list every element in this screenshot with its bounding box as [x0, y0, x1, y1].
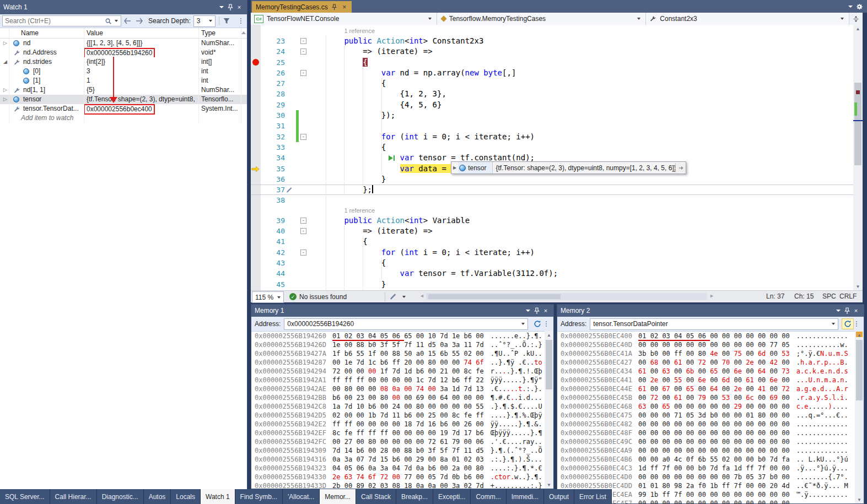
- memory-row[interactable]: 0x000002556B19432304 05 06 0a 3a 04 7d 0…: [251, 464, 553, 473]
- memory-row[interactable]: 0x000002556B1943097d 14 b6 00 28 00 88 b…: [251, 446, 553, 455]
- memory-row[interactable]: 0x000002556B0EC49C00 00 00 00 00 00 00 0…: [557, 437, 864, 446]
- close-icon[interactable]: ×: [541, 307, 550, 315]
- codelens-references[interactable]: 1 reference: [344, 26, 375, 36]
- code-line[interactable]: 38: [251, 195, 863, 205]
- memory-row[interactable]: 0x000002556B0EC40D00 00 00 00 00 00 00 0…: [557, 340, 864, 349]
- collapse-icon[interactable]: ◢: [3, 57, 7, 67]
- code-text[interactable]: public Action<int> Constant2x3: [307, 36, 483, 46]
- scrollbar-thumb[interactable]: [854, 83, 861, 165]
- filter-icon[interactable]: [223, 17, 230, 25]
- watch-row[interactable]: ▷nd[1, 1]{5}NumShar...: [0, 85, 247, 95]
- memory-row[interactable]: 0x000002556B19426D1e 00 88 b0 3f 5f 7f 1…: [251, 340, 553, 349]
- code-line[interactable]: 45 }: [251, 279, 863, 290]
- memory-row[interactable]: 0x000002556B1942C81a 7d 10 b6 00 24 00 8…: [251, 402, 553, 411]
- memory-row[interactable]: 0x000002556B0EC4B600 00 a0 4c 0f 6b 55 0…: [557, 455, 864, 464]
- memory1-titlebar[interactable]: Memory 1 ×: [251, 305, 553, 317]
- scroll-down-icon[interactable]: ▼: [545, 481, 553, 489]
- code-text[interactable]: });: [307, 110, 395, 121]
- window-position-icon[interactable]: [217, 3, 226, 11]
- expand-icon[interactable]: ▷: [3, 85, 7, 95]
- editor-vertical-scrollbar[interactable]: ▲ ▼: [853, 25, 863, 290]
- scroll-up-icon[interactable]: ▲: [545, 331, 553, 339]
- code-line[interactable]: 28 {1, 2, 3},: [251, 89, 863, 99]
- code-text[interactable]: }: [307, 279, 386, 290]
- code-line[interactable]: 40- => (iterate) =>: [251, 226, 863, 236]
- panel-tab-diagnostic[interactable]: Diagnostic...: [97, 489, 144, 504]
- memory-row[interactable]: 0x000002556B0EC47500 00 00 71 05 3d b0 0…: [557, 411, 864, 420]
- memory-row[interactable]: 0x000002556B19429472 00 00 00 1f 7d 1d b…: [251, 367, 553, 376]
- column-header-type[interactable]: Type: [201, 28, 216, 38]
- memory-row[interactable]: 0x000002556B0EC42700 68 00 61 00 72 00 7…: [557, 358, 864, 367]
- code-line[interactable]: 41 {: [251, 236, 863, 247]
- code-line[interactable]: 36 }: [251, 174, 863, 185]
- search-icon[interactable]: [105, 18, 112, 25]
- code-text[interactable]: {: [307, 258, 386, 268]
- watch-row[interactable]: ▷tensor{tf.Tensor: shape=(2, 3), dtype=u…: [0, 95, 247, 104]
- code-text[interactable]: => (iterate) =>: [307, 46, 433, 57]
- issues-indicator[interactable]: ✓ No issues found: [289, 291, 347, 302]
- watch-search-box[interactable]: [2, 15, 121, 26]
- code-line[interactable]: 30 });: [251, 110, 863, 121]
- memory-row[interactable]: 0x000002556B0EC4D000 00 00 00 00 00 00 0…: [557, 473, 864, 481]
- memory-row[interactable]: 0x000002556B0EC41A3b b0 00 ff 00 80 4e 0…: [557, 349, 864, 358]
- code-line[interactable]: 23- public Action<int> Constant2x3: [251, 36, 863, 46]
- code-line[interactable]: 32- for (int i = 0; i < iterate; i++): [251, 132, 863, 142]
- code-text[interactable]: {: [307, 57, 368, 68]
- scroll-down-icon[interactable]: ▼: [853, 283, 863, 290]
- refresh-icon[interactable]: [531, 318, 543, 329]
- panel-tab-call-stack[interactable]: Call Stack: [356, 489, 396, 504]
- search-options-caret-icon[interactable]: [115, 20, 118, 22]
- pin-icon[interactable]: [843, 307, 852, 315]
- memory2-hex-dump[interactable]: 0x000002556B0EC40001 02 03 04 05 06 00 0…: [557, 332, 864, 504]
- scrollbar-thumb[interactable]: [856, 340, 863, 400]
- grid-divider[interactable]: [198, 28, 199, 124]
- member-dropdown[interactable]: Constant2x3: [646, 13, 849, 25]
- back-arrow-icon[interactable]: [123, 18, 131, 24]
- grid-divider[interactable]: [84, 28, 84, 124]
- quick-actions-brush-icon[interactable]: [286, 186, 294, 194]
- code-text[interactable]: {4, 5, 6}: [307, 100, 441, 110]
- debugger-datatip[interactable]: ▶ tensor {tf.Tensor: shape=(2, 3), dtype…: [451, 161, 686, 174]
- watch-row[interactable]: nd.Address0x000002556b194260void*: [0, 48, 247, 57]
- refresh-icon[interactable]: [842, 318, 854, 329]
- memory-row[interactable]: 0x000002556B1942EF8c fe ff ff ff 00 00 0…: [251, 429, 553, 437]
- pin-icon[interactable]: [532, 307, 541, 315]
- pin-icon[interactable]: [226, 3, 235, 11]
- codelens-references[interactable]: 1 reference: [344, 206, 375, 215]
- memory-row[interactable]: 0x000002556B1942BBb6 00 23 00 80 00 00 6…: [251, 393, 553, 402]
- memory-row[interactable]: 0x000002556B19428700 1e 7d 1c b6 ff 20 0…: [251, 358, 553, 367]
- gear-icon[interactable]: [855, 3, 864, 10]
- memory2-scrollbar[interactable]: ▲ ▼: [855, 331, 864, 503]
- code-line[interactable]: 33 {: [251, 142, 863, 153]
- forward-arrow-icon[interactable]: [136, 18, 143, 24]
- scrollbar-thumb[interactable]: [428, 294, 561, 299]
- memory-row[interactable]: 0x000002556B0EC40001 02 03 04 05 06 00 0…: [557, 332, 864, 340]
- panel-tab-watch-1[interactable]: Watch 1: [201, 489, 235, 504]
- column-header-name[interactable]: Name: [21, 28, 39, 38]
- editor-horizontal-scrollbar[interactable]: [426, 293, 707, 300]
- code-text[interactable]: {: [307, 78, 386, 89]
- code-line[interactable]: 26- var nd = np.array(new byte[,]: [251, 68, 863, 78]
- close-icon[interactable]: ×: [852, 307, 860, 315]
- memory-row[interactable]: 0x000002556B0EC4C31d ff 7f 00 00 b0 7d f…: [557, 464, 864, 473]
- code-text[interactable]: };: [307, 185, 373, 195]
- code-text[interactable]: }: [307, 174, 386, 185]
- panel-tab-sql-server[interactable]: SQL Server...: [0, 489, 50, 504]
- toolbar-overflow-grip[interactable]: [240, 18, 243, 24]
- memory-row[interactable]: 0x000002556B0EC46863 00 65 00 00 00 00 0…: [557, 402, 864, 411]
- memory2-address-input[interactable]: tensor.TensorDataPointer: [590, 318, 838, 330]
- code-cleanup-caret-icon[interactable]: [402, 296, 406, 298]
- collapse-region-icon[interactable]: -: [300, 48, 306, 55]
- code-line[interactable]: 31: [251, 121, 863, 131]
- code-text[interactable]: public Action<int> Variable: [307, 215, 470, 226]
- window-position-icon[interactable]: [834, 307, 843, 315]
- code-line[interactable]: 39- public Action<int> Variable: [251, 215, 863, 226]
- memory1-address-input[interactable]: 0x000002556B194260: [284, 318, 528, 330]
- document-tab[interactable]: MemoryTestingCases.cs ×: [252, 1, 352, 13]
- scroll-up-icon[interactable]: ▲: [853, 25, 863, 32]
- code-line[interactable]: 43 {: [251, 258, 863, 268]
- watch-row[interactable]: [0]3int: [0, 67, 247, 76]
- watch-value[interactable]: 3: [87, 67, 197, 76]
- memory-row[interactable]: 0x000002556B0EC44100 2e 00 55 00 6e 00 6…: [557, 376, 864, 384]
- close-icon[interactable]: ×: [235, 3, 244, 11]
